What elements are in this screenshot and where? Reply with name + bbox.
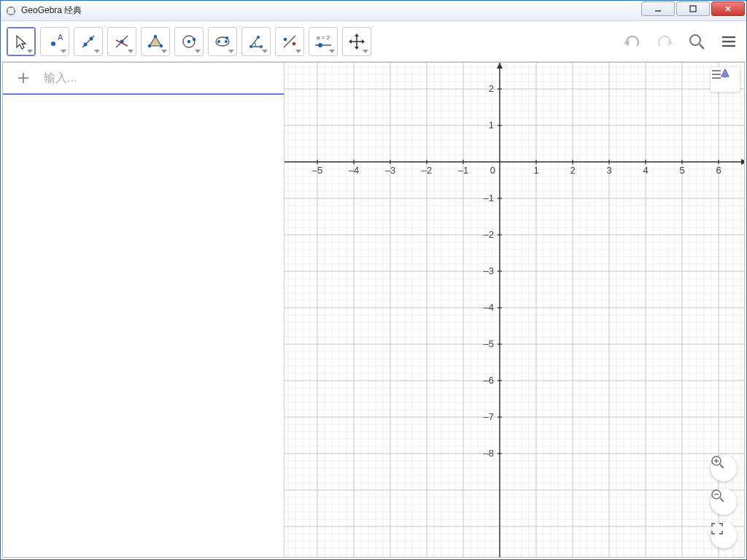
svg-rect-6 (690, 6, 696, 12)
svg-marker-39 (355, 34, 359, 36)
redo-button[interactable] (653, 30, 676, 53)
graphics-settings-button[interactable] (711, 67, 740, 92)
move-view-tool[interactable] (342, 27, 371, 56)
svg-text:–4: –4 (484, 302, 494, 313)
svg-point-22 (187, 39, 190, 42)
svg-point-4 (7, 9, 9, 12)
reflect-icon (281, 33, 298, 50)
angle-tool[interactable] (241, 27, 271, 56)
add-button[interactable] (3, 63, 44, 93)
fullscreen-icon (711, 522, 724, 535)
svg-line-265 (720, 498, 724, 502)
svg-point-45 (690, 35, 700, 45)
point-icon: A (46, 33, 63, 50)
svg-marker-210 (741, 159, 744, 165)
svg-text:–4: –4 (349, 165, 359, 176)
svg-line-31 (284, 36, 295, 47)
slider-tool[interactable]: a = 2 (309, 27, 338, 56)
line-tool[interactable] (74, 27, 103, 56)
svg-point-10 (51, 42, 55, 46)
move-tool[interactable] (7, 27, 36, 56)
menu-button[interactable] (717, 30, 740, 53)
svg-point-20 (148, 44, 151, 47)
window-controls (641, 1, 746, 20)
svg-text:a = 2: a = 2 (317, 34, 330, 41)
zoom-in-button[interactable] (711, 455, 737, 481)
svg-text:1: 1 (489, 120, 494, 131)
maximize-button[interactable] (676, 1, 710, 16)
svg-point-3 (10, 13, 12, 15)
search-icon (687, 32, 706, 51)
svg-point-259 (723, 73, 728, 78)
search-button[interactable] (685, 30, 708, 53)
view-settings-icon (711, 67, 729, 82)
svg-point-23 (193, 37, 196, 40)
svg-point-36 (318, 43, 322, 47)
algebra-input-row (3, 63, 284, 95)
toolbar-right-group (621, 30, 740, 53)
svg-text:6: 6 (716, 165, 721, 176)
close-button[interactable] (711, 1, 745, 16)
line-icon (80, 33, 97, 50)
zoom-out-icon (711, 489, 725, 503)
svg-point-1 (10, 6, 12, 8)
svg-point-12 (84, 42, 88, 46)
slider-icon: a = 2 (311, 32, 335, 51)
plus-icon (17, 71, 30, 85)
svg-point-33 (293, 42, 296, 45)
undo-icon (622, 33, 643, 50)
svg-text:5: 5 (679, 165, 684, 176)
svg-point-27 (225, 36, 228, 39)
svg-text:–5: –5 (312, 165, 322, 176)
svg-point-28 (249, 45, 252, 48)
svg-text:–5: –5 (484, 338, 494, 349)
fullscreen-button[interactable] (711, 522, 737, 548)
angle-icon (247, 33, 265, 50)
svg-text:0: 0 (490, 165, 495, 176)
svg-text:–2: –2 (422, 165, 432, 176)
svg-text:–1: –1 (484, 192, 494, 203)
svg-point-16 (120, 39, 124, 43)
svg-point-30 (257, 36, 260, 39)
reflect-tool[interactable] (275, 27, 304, 56)
svg-marker-42 (362, 39, 365, 44)
svg-point-2 (14, 9, 16, 12)
undo-button[interactable] (621, 30, 644, 53)
svg-point-32 (284, 37, 287, 41)
svg-text:4: 4 (643, 165, 648, 176)
svg-text:–3: –3 (484, 265, 494, 276)
svg-text:–7: –7 (484, 411, 494, 422)
circle-tool[interactable] (174, 27, 204, 56)
svg-text:1: 1 (533, 165, 538, 176)
move-arrows-icon (348, 33, 365, 50)
svg-text:–2: –2 (484, 229, 494, 240)
svg-line-261 (720, 464, 724, 468)
circle-icon (180, 33, 198, 50)
graphics-view[interactable]: –5–4–3–2–1012345621–1–2–3–4–5–6–7–8 (285, 63, 744, 557)
ellipse-tool[interactable] (208, 27, 237, 56)
hamburger-icon (720, 33, 738, 50)
svg-text:2: 2 (570, 165, 575, 176)
cursor-icon (12, 33, 30, 50)
polygon-icon (147, 33, 164, 50)
minimize-button[interactable] (641, 1, 675, 16)
svg-marker-41 (349, 39, 352, 44)
algebra-input[interactable] (44, 71, 284, 85)
zoom-out-button[interactable] (711, 489, 737, 515)
svg-line-46 (700, 44, 704, 49)
svg-text:2: 2 (489, 83, 494, 94)
svg-point-26 (225, 40, 228, 43)
ellipse-icon (214, 33, 231, 50)
perpendicular-tool[interactable] (107, 27, 136, 56)
svg-text:–8: –8 (484, 448, 494, 459)
zoom-in-icon (711, 455, 725, 470)
svg-marker-211 (497, 63, 503, 69)
polygon-tool[interactable] (141, 27, 170, 56)
redo-icon (654, 33, 675, 50)
point-tool[interactable]: A (40, 27, 69, 56)
svg-text:–3: –3 (385, 165, 395, 176)
titlebar[interactable]: GeoGebra 经典 (1, 1, 746, 21)
svg-point-29 (260, 45, 263, 48)
svg-point-13 (90, 36, 93, 40)
svg-point-25 (217, 40, 220, 43)
